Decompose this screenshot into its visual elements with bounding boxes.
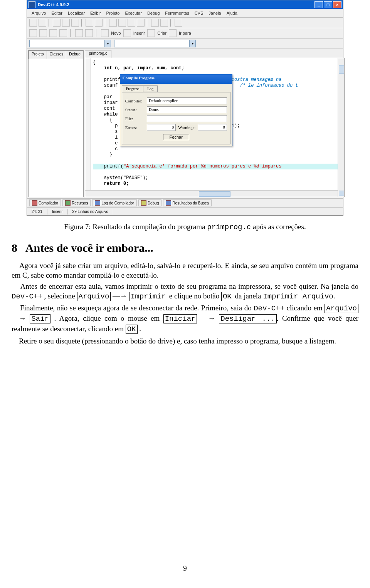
status-pos: 24: 21 [27, 209, 47, 214]
menu-arquivo[interactable]: Arquivo [29, 10, 48, 16]
menubar: Arquivo Editar Localizar Exibir Projeto … [27, 9, 343, 18]
undo-icon[interactable] [86, 19, 93, 27]
editor-tab[interactable]: primprog.c [85, 50, 111, 58]
grid3-icon[interactable] [49, 29, 57, 37]
compile-progress-dialog: Compile Progress Progress Log Compiler:D… [120, 74, 232, 146]
saveall-icon[interactable] [62, 19, 70, 27]
titlebar: Dev-C++ 4.9.9.2 _ □ × [27, 0, 343, 9]
chevron-down-icon: ▾ [104, 40, 111, 47]
warnings-value: 0 [198, 124, 227, 131]
open-icon[interactable] [39, 19, 46, 27]
dialog-tab-log[interactable]: Log [143, 85, 158, 92]
warnings-label: Warnings: [178, 125, 195, 130]
search-icon [166, 200, 171, 206]
btab-log[interactable]: Log do Compilador [92, 199, 137, 206]
goto2-icon[interactable] [169, 29, 177, 37]
status-mode: Inserir [47, 209, 68, 214]
app-icon [29, 1, 35, 8]
menu-editar[interactable]: Editar [49, 10, 65, 16]
menu-exibir[interactable]: Exibir [88, 10, 103, 16]
sidebar-body [29, 59, 83, 197]
combo-class[interactable]: ▾ [29, 40, 111, 47]
paragraph-3: Finalmente, não se esqueça agora de se d… [12, 303, 358, 334]
menu-ajuda[interactable]: Ajuda [224, 10, 240, 16]
sidetab-projeto[interactable]: Projeto [29, 50, 47, 59]
goto-icon[interactable] [137, 19, 145, 27]
menu-ferramentas[interactable]: Ferramentas [163, 10, 191, 16]
new2-icon[interactable] [101, 29, 109, 37]
grid4-icon[interactable] [59, 29, 67, 37]
vertical-scrollbar[interactable] [338, 58, 344, 197]
find-icon[interactable] [109, 19, 117, 27]
fechar-button[interactable]: Fechar [163, 134, 189, 140]
devcpp-window: Dev-C++ 4.9.9.2 _ □ × Arquivo Editar Loc… [27, 0, 343, 216]
sidetab-debug[interactable]: Debug [66, 50, 83, 59]
compiler-value: Default compiler [147, 97, 227, 104]
dialog-title: Compile Progress [120, 75, 232, 84]
combo-row: ▾ ▾ [27, 39, 343, 49]
log-icon [95, 200, 100, 206]
insert-icon[interactable] [123, 29, 131, 37]
debug-icon[interactable] [175, 19, 182, 27]
menu-debug[interactable]: Debug [145, 10, 162, 16]
menu-janela[interactable]: Janela [206, 10, 223, 16]
compiler-icon [32, 200, 37, 206]
sidetab-classes[interactable]: Classes [47, 50, 67, 59]
combo-member[interactable]: ▾ [114, 40, 196, 47]
window-title: Dev-C++ 4.9.9.2 [38, 2, 69, 7]
print-icon[interactable] [71, 19, 79, 27]
irpara-label: Ir para [179, 31, 191, 35]
toolbar-secondary: Novo Inserir Criar Ir para [27, 28, 343, 39]
status-value: Done. [147, 106, 227, 113]
errors-label: Errors: [125, 125, 145, 130]
bottom-tabs: Compilador Recursos Log do Compilador De… [27, 198, 343, 207]
horizontal-scrollbar[interactable] [85, 190, 338, 197]
resources-icon [65, 200, 71, 206]
paragraph-1: Agora você já sabe criar um arquivo, edi… [12, 261, 358, 280]
debug2-icon [141, 200, 146, 206]
redo-icon[interactable] [95, 19, 103, 27]
btab-debug[interactable]: Debug [138, 199, 161, 206]
chevron-down-icon: ▾ [189, 40, 195, 47]
dialog-tab-progress[interactable]: Progress [122, 85, 143, 92]
close-button[interactable]: × [333, 1, 341, 8]
paragraph-4: Retire o seu disquete (pressionando o bo… [12, 336, 358, 346]
maximize-button[interactable]: □ [324, 1, 332, 8]
findnext-icon[interactable] [128, 19, 135, 27]
grid1-icon[interactable] [29, 29, 37, 37]
paragraph-2: Antes de encerrar esta aula, vamos impri… [12, 281, 358, 302]
create-icon[interactable] [147, 29, 155, 37]
compile-icon[interactable] [151, 19, 159, 27]
toolbar-main [27, 18, 343, 28]
criar-label: Criar [157, 31, 166, 35]
about-icon[interactable] [85, 29, 93, 37]
section-heading: 8 Antes de você ir embora... [12, 241, 358, 255]
figure-caption: Figura 7: Resultado da compilação do pro… [12, 223, 358, 231]
gutter [85, 58, 91, 197]
file-label: File: [125, 116, 145, 121]
menu-cvs[interactable]: CVS [192, 10, 206, 16]
page-number: 9 [0, 564, 370, 573]
file-value [147, 115, 227, 122]
help-icon[interactable] [75, 29, 83, 37]
minimize-button[interactable]: _ [314, 1, 323, 8]
novo-label: Novo [111, 31, 121, 35]
code-area[interactable]: { int n, par, impar, num, cont; printf("… [85, 58, 345, 197]
grid2-icon[interactable] [39, 29, 47, 37]
errors-value: 0 [147, 124, 176, 131]
menu-projeto[interactable]: Projeto [104, 10, 122, 16]
compiler-label: Compiler: [125, 99, 145, 103]
sidebar: Projeto Classes Debug [28, 50, 84, 197]
btab-recursos[interactable]: Recursos [62, 199, 91, 206]
btab-compilador[interactable]: Compilador [29, 199, 61, 206]
menu-executar[interactable]: Executar [123, 10, 144, 16]
save-icon[interactable] [53, 19, 61, 27]
run-icon[interactable] [160, 19, 168, 27]
status-lines: 29 Linhas no Arquivo [68, 209, 113, 214]
replace-icon[interactable] [118, 19, 126, 27]
status-label: Status: [125, 107, 145, 112]
editor: primprog.c { int n, par, impar, num, con… [85, 50, 345, 197]
new-icon[interactable] [29, 19, 37, 27]
btab-busca[interactable]: Resultados da Busca [163, 199, 212, 206]
menu-localizar[interactable]: Localizar [66, 10, 87, 16]
